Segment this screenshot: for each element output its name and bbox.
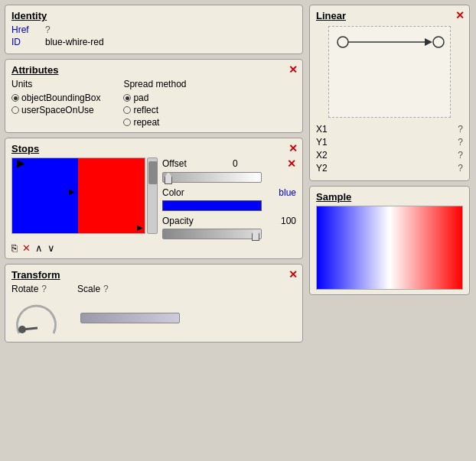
offset-slider-container: [162, 172, 296, 183]
transform-panel: Transform ✕ Rotate ? Scale ?: [5, 264, 303, 343]
units-obj-label: objectBoundingBox: [21, 93, 100, 103]
identity-panel: Identity Href ? ID blue-whire-red: [5, 5, 303, 54]
scale-slider[interactable]: [80, 313, 180, 323]
opacity-slider[interactable]: [162, 229, 262, 239]
x1-value: ?: [458, 124, 463, 135]
y2-value: ?: [458, 163, 463, 174]
radio-userspace[interactable]: [11, 106, 19, 114]
knob-handle: [22, 328, 37, 330]
spread-repeat-label: repeat: [133, 117, 159, 128]
transform-title: Transform: [11, 269, 296, 281]
spread-options: pad reflect repeat: [123, 93, 186, 128]
scale-slider-container: [80, 313, 296, 323]
x1-label: X1: [316, 124, 328, 135]
attributes-title: Attributes: [11, 64, 296, 76]
offset-value: 0: [233, 158, 238, 169]
stops-content: ▶ ▶ ▶ Offset 0 ✕: [11, 157, 296, 239]
move-up-btn[interactable]: ∧: [35, 242, 43, 254]
scale-value: ?: [103, 284, 109, 294]
stops-close[interactable]: ✕: [289, 142, 298, 154]
rotate-knob[interactable]: [11, 299, 65, 337]
id-label: ID: [11, 37, 39, 47]
gradient-preview: ▶ ▶ ▶: [11, 157, 145, 234]
units-label: Units: [11, 79, 100, 89]
spread-option-reflect[interactable]: reflect: [123, 105, 186, 115]
linear-fields: X1 ? Y1 ? X2 ? Y2 ?: [316, 124, 463, 174]
x2-label: X2: [316, 150, 328, 161]
radio-reflect[interactable]: [123, 106, 131, 114]
attributes-close[interactable]: ✕: [289, 63, 298, 76]
linear-svg-area: [328, 26, 451, 118]
stops-title: Stops: [11, 143, 296, 154]
spread-option-pad[interactable]: pad: [123, 93, 186, 103]
stops-scrollbar[interactable]: [147, 157, 158, 234]
offset-label: Offset: [162, 158, 187, 169]
linear-diagram: [316, 26, 463, 118]
x2-row: X2 ?: [316, 150, 463, 161]
spread-section: Spread method pad reflect repeat: [123, 79, 186, 128]
sample-panel: Sample: [309, 186, 470, 295]
radio-repeat[interactable]: [123, 118, 131, 126]
stops-controls: Offset 0 ✕ Color blue: [162, 157, 296, 239]
href-row: Href ?: [11, 24, 296, 35]
opacity-slider-container: [162, 229, 296, 239]
linear-panel: Linear ✕ X1: [309, 5, 470, 181]
offset-slider[interactable]: [162, 172, 262, 183]
sample-gradient: [316, 206, 463, 290]
y1-row: Y1 ?: [316, 137, 463, 148]
stop-marker-1[interactable]: ▶: [17, 157, 25, 169]
radio-objectbounding[interactable]: [11, 94, 19, 102]
preview-area: ▶ ▶ ▶: [11, 157, 158, 239]
x1-row: X1 ?: [316, 124, 463, 135]
linear-svg: [329, 27, 452, 118]
units-option-1[interactable]: userSpaceOnUse: [11, 105, 100, 115]
offset-thumb[interactable]: [165, 172, 172, 184]
color-row: Color blue: [162, 187, 296, 198]
end-point[interactable]: [433, 37, 444, 47]
scale-field: Scale ?: [77, 284, 109, 294]
units-section: Units objectBoundingBox userSpaceOnUse: [11, 79, 100, 128]
duplicate-stop-btn[interactable]: ⎘: [11, 242, 18, 254]
delete-stop-btn[interactable]: ✕: [22, 242, 31, 254]
linear-title: Linear: [316, 10, 463, 21]
y1-label: Y1: [316, 137, 328, 148]
stops-actions: ⎘ ✕ ∧ ∨: [11, 242, 296, 254]
offset-row: Offset 0 ✕: [162, 157, 296, 170]
color-swatch[interactable]: [162, 200, 262, 211]
spread-option-repeat[interactable]: repeat: [123, 117, 186, 128]
transform-controls: [11, 299, 296, 337]
id-value: blue-whire-red: [45, 37, 104, 47]
start-point[interactable]: [337, 37, 348, 47]
move-down-btn[interactable]: ∨: [47, 242, 55, 254]
radio-pad[interactable]: [123, 94, 131, 102]
units-user-label: userSpaceOnUse: [21, 105, 94, 115]
scale-label: Scale: [77, 284, 100, 294]
color-value: blue: [279, 187, 296, 198]
y2-row: Y2 ?: [316, 163, 463, 174]
linear-close[interactable]: ✕: [455, 9, 465, 21]
spread-pad-label: pad: [133, 93, 148, 103]
opacity-value: 100: [281, 216, 296, 226]
x2-value: ?: [458, 150, 463, 161]
opacity-label: Opacity: [162, 216, 194, 226]
transform-row: Rotate ? Scale ?: [11, 284, 296, 294]
opacity-thumb[interactable]: [252, 229, 259, 241]
stop-marker-3[interactable]: ▶: [137, 223, 143, 232]
attributes-panel: Attributes ✕ Units objectBoundingBox use…: [5, 59, 303, 133]
color-label: Color: [162, 187, 184, 198]
rotate-field: Rotate ?: [11, 284, 47, 294]
units-option-0[interactable]: objectBoundingBox: [11, 93, 100, 103]
identity-title: Identity: [11, 10, 296, 21]
knob-svg: [11, 299, 65, 337]
id-row: ID blue-whire-red: [11, 37, 296, 47]
sample-title: Sample: [316, 191, 463, 203]
transform-close[interactable]: ✕: [289, 268, 298, 281]
units-options: objectBoundingBox userSpaceOnUse: [11, 93, 100, 115]
stops-panel: Stops ✕ ▶ ▶ ▶: [5, 138, 303, 259]
spread-reflect-label: reflect: [133, 105, 158, 115]
href-label: Href: [11, 24, 39, 35]
offset-close[interactable]: ✕: [287, 157, 296, 170]
stop-marker-2[interactable]: ▶: [69, 187, 75, 196]
y2-label: Y2: [316, 163, 328, 174]
opacity-row: Opacity 100: [162, 216, 296, 226]
